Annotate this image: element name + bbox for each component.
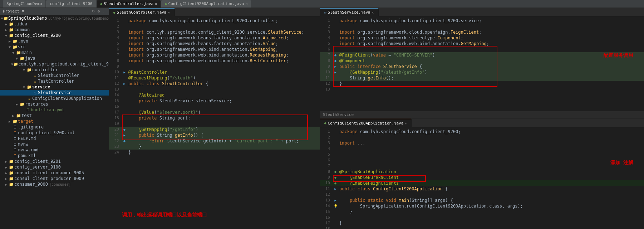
folder-icon: 📁 [9,28,14,32]
tree-java[interactable]: ▼ 📁 java [0,55,109,61]
arrow-icon: ▼ [12,51,16,55]
right-top-pane: ◎ SleuthService.java ✕ 1 package com.lyh… [320,8,644,119]
tab-springclouddemo[interactable]: SpringCloudDemo [3,0,45,8]
tree-consul-consumer[interactable]: ▶ 📁 consul_client_consumer_9005 [0,170,109,176]
bookmark-icon[interactable]: ● [334,169,336,175]
tree-consul-producer[interactable]: ▶ 📁 consul_client_producer_8009 [0,176,109,181]
tree-label: target [18,119,33,124]
tree-client-9201[interactable]: ▶ 📁 config_client_9201 [0,159,109,164]
gutter: ▶ [122,132,127,138]
bookmark-icon[interactable]: ● [334,180,336,186]
code-text: return sleuthService.getInfo() + "curren… [127,138,320,144]
gutter [122,24,127,29]
tab-config-client[interactable]: config_client_9200 [46,0,96,8]
tree-src[interactable]: ▼ 📁 src [0,44,109,50]
tree-mvnw[interactable]: 🗒 mvnw [0,141,109,147]
run-icon[interactable]: ▶ [334,198,336,203]
run-icon[interactable]: ▶ [123,69,125,75]
tree-help[interactable]: 🗒 HELP.md [0,136,109,141]
run-icon[interactable]: ▶ [123,81,125,87]
arrow-icon: ▶ [5,182,9,186]
line-number: 11 [109,75,122,81]
bookmark-icon[interactable]: ● [334,175,336,180]
breakpoint-icon[interactable]: ● [123,127,125,132]
tab-config-app[interactable]: ● ConfigClient9200Application.java ✕ [161,0,251,8]
line-number: 24 [109,150,122,155]
gutter [333,75,338,81]
tree-label: main [21,50,32,55]
gutter [333,226,338,229]
tree-sleuth-service[interactable]: ◎ SleuthService [0,90,109,96]
tree-idea[interactable]: ▶ 📁 .idea [0,21,109,27]
settings-icon[interactable]: ⚙ [97,9,100,14]
gutter [122,150,127,155]
java-icon: ● [100,2,102,6]
tree-consumer-9000[interactable]: ▶ 📁 consumer_9000 [consumer] [0,181,109,187]
more-icon[interactable]: ⋮ [102,9,106,14]
gutter [122,29,127,35]
tree-main[interactable]: ▼ 📁 main [0,50,109,55]
line-number: 6 [320,47,333,52]
run-icon[interactable]: ▶ [334,64,336,69]
file-icon: 🗒 [12,154,18,158]
close-icon[interactable]: ✕ [372,10,374,14]
breakpoint-icon[interactable]: ● [334,52,336,58]
tree-mvnw-cmd[interactable]: 🗒 mvnw.cmd [0,147,109,153]
tree-label: config_client_9200 [14,33,61,38]
tree-bootstrap[interactable]: 🗒 bootstrap.yml [0,107,109,113]
tree-test[interactable]: ▶ 📁 test [0,113,109,118]
run-icon[interactable]: ▶ [334,69,336,75]
tree-resources[interactable]: ▶ 📁 resources [0,101,109,107]
tree-app-class[interactable]: ☕ ConfigClient9200Application [0,96,109,101]
line-number: 2 [320,24,333,29]
left-code-wrapper[interactable]: 1 package com.lyh.springcloud.config_cli… [109,16,320,229]
tree-test-controller[interactable]: ☕ TestController [0,78,109,84]
close-icon[interactable]: ✕ [245,2,247,6]
run-icon[interactable]: ▶ [123,132,125,138]
code-text: } [338,209,644,215]
code-line-24: 24 } [109,150,320,155]
tree-config-client-9200[interactable]: ▼ 📁 config_client_9200 [0,33,109,38]
tab-app-file[interactable]: ● ConfigClient9200Application.java ✕ [320,119,412,127]
gutter [122,87,127,92]
line-number: 6 [109,47,122,52]
right-bottom-code-wrapper[interactable]: 1 package com.lyh.springcloud.config_cli… [320,127,644,229]
tab-sleuth-controller-file[interactable]: ● SleuthController.java ✕ [109,8,175,16]
sync-icon[interactable]: ⟳ [92,9,95,14]
run-icon[interactable]: ▶ [334,186,336,192]
tree-mvn[interactable]: ▶ 📁 .mvn [0,38,109,44]
line-number: 12 [320,192,333,198]
tree-service-folder[interactable]: ▼ 📁 service [0,84,109,90]
code-text: private SleuthService sleuthService; [127,98,320,104]
arrow-icon: ▼ [5,34,9,38]
code-text: import org.springframework.web.bind.anno… [127,47,320,52]
breakpoint-icon[interactable]: ● [334,58,336,64]
top-bar: SpringCloudDemo config_client_9200 ● Sle… [0,0,644,8]
tree-iml[interactable]: 🗒 config_client_9200.iml [0,130,109,136]
tree-server-9100[interactable]: ▶ 📁 config_server_9100 [0,164,109,170]
tree-controller[interactable]: ▼ 📁 controller [0,67,109,73]
tree-gitignore[interactable]: 🗒 .gitignore [0,124,109,130]
close-icon[interactable]: ✕ [168,10,170,14]
right-top-code-wrapper[interactable]: 1 package com.lyh.springcloud.config_cli… [320,16,644,111]
file-icon: 🗒 [12,148,18,152]
warn-icon[interactable]: 💡 [334,203,338,209]
close-icon[interactable]: ✕ [405,121,407,125]
folder-icon: 📁 [3,16,8,21]
tree-pkg[interactable]: ▼ 📁 com.lyh.springcloud.config_client_9 [0,61,109,67]
tree-pom[interactable]: 🗒 pom.xml [0,153,109,159]
folder-icon: 📁 [12,119,18,124]
tab-sleuth-service-file[interactable]: ◎ SleuthService.java ✕ [320,8,379,16]
tree-target[interactable]: ▶ 📁 target [0,118,109,124]
close-icon[interactable]: ✕ [155,2,157,6]
code-line-21: 21 ▶ public String getInfo() { [109,132,320,138]
tab-label: SpringCloudDemo [6,1,42,6]
line-number: 16 [109,104,122,109]
line-number: 14 [320,203,333,209]
tree-sleuth-controller[interactable]: ☕ SleuthController [0,73,109,78]
breakpoint-icon[interactable]: ● [123,138,125,144]
line-number: 8 [320,58,333,64]
tab-sleuth-controller[interactable]: ● SleuthController.java ✕ [97,0,161,8]
tree-common[interactable]: ▶ 📁 common [0,27,109,33]
tree-root[interactable]: ▼ 📁 SpringCloudDemo D:\myProject\SpringC… [0,15,109,21]
